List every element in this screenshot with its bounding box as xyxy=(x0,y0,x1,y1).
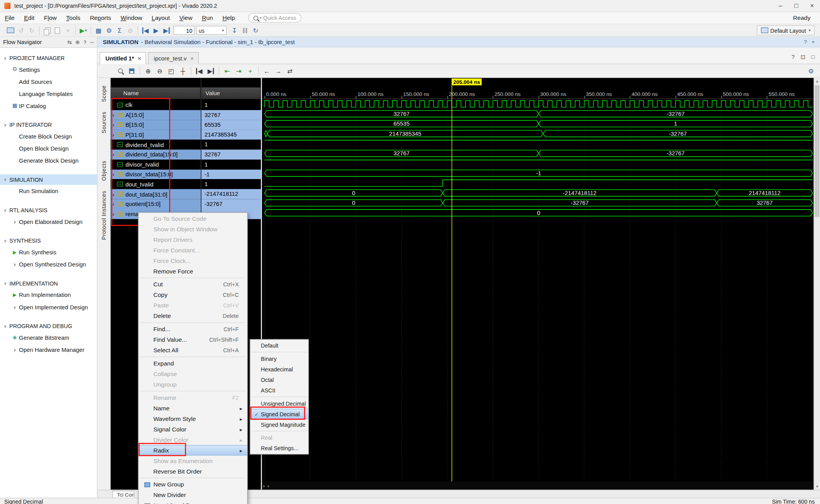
menu-item-new-virtual-bus[interactable]: New Virtual Bus xyxy=(139,500,247,504)
flow-section-program-and-debug[interactable]: ∨PROGRAM AND DEBUG xyxy=(0,321,97,331)
signal-name-dout-tdata-31-0[interactable]: ›dout_tdata[31:0] xyxy=(111,189,201,199)
menu-item-find[interactable]: Find...Ctrl+F xyxy=(139,324,247,334)
minimize-button[interactable]: – xyxy=(773,0,788,12)
find-icon[interactable] xyxy=(114,66,126,75)
expand-icon[interactable]: › xyxy=(111,191,116,197)
zoom-fit-icon[interactable]: ◰ xyxy=(166,66,177,75)
radix-option-signed-decimal[interactable]: ✓Signed Decimal xyxy=(250,409,308,419)
menu-run[interactable]: Run xyxy=(197,15,218,21)
signal-name-dout-tvalid[interactable]: dout_tvalid xyxy=(111,179,201,189)
signal-name-quotient-15-0[interactable]: ›quotient[15:0] xyxy=(111,199,201,209)
restart-sim-icon[interactable]: ◀ xyxy=(140,25,151,35)
flow-item-add-sources[interactable]: Add Sources xyxy=(0,75,97,87)
waveform-canvas[interactable]: 0.000 ns50.000 ns100.000 ns150.000 ns200… xyxy=(262,78,814,490)
menu-layout[interactable]: Layout xyxy=(147,15,175,21)
menu-item-radix[interactable]: Radix▸ xyxy=(139,445,247,456)
flow-section-project-manager[interactable]: ∨PROJECT MANAGER xyxy=(0,53,97,63)
flow-section-synthesis[interactable]: ∨SYNTHESIS xyxy=(0,235,97,246)
tab-untitled-1[interactable]: Untitled 1*× xyxy=(100,52,146,64)
radix-option-unsigned-decimal[interactable]: Unsigned Decimal xyxy=(250,398,308,409)
settings-gear-icon[interactable]: ⚙ xyxy=(104,25,114,35)
signal-name-divisor-tvalid[interactable]: divisor_tvalid xyxy=(111,160,201,169)
menu-item-cut[interactable]: CutCtrl+X xyxy=(139,279,247,290)
time-unit-select[interactable]: us ▾ xyxy=(196,26,226,35)
flow-item-generate-bitstream[interactable]: ◈Generate Bitstream xyxy=(0,331,97,343)
flow-item-generate-block-design[interactable]: Generate Block Design xyxy=(0,154,97,167)
expand-icon[interactable]: › xyxy=(111,151,116,158)
signal-name-b-15-0[interactable]: ›B[15:0] xyxy=(111,120,201,130)
goto-previous-marker-icon[interactable]: ← xyxy=(261,66,273,75)
menu-item-find-value[interactable]: Find Value...Ctrl+Shift+F xyxy=(139,334,247,345)
signal-name-a-15-0[interactable]: ›A[15:0] xyxy=(111,110,201,120)
scrollbar-thumb[interactable] xyxy=(815,85,819,217)
menu-window[interactable]: Window xyxy=(116,15,147,21)
value-column-header[interactable]: Value xyxy=(201,87,261,99)
radix-option-octal[interactable]: Octal xyxy=(250,374,308,385)
swap-cursors-icon[interactable]: ⇄ xyxy=(284,66,296,75)
radix-option-default[interactable]: Default xyxy=(250,340,308,351)
radix-option-hexadecimal[interactable]: Hexadecimal xyxy=(250,364,308,374)
flow-item-run-implementation[interactable]: ▶Run Implementation xyxy=(0,289,97,301)
scroll-down-icon[interactable]: ▼ xyxy=(814,483,820,490)
side-tab-objects[interactable]: Objects xyxy=(101,161,107,181)
layout-select[interactable]: Default Layout ▾ xyxy=(757,25,815,35)
zoom-out-icon[interactable]: ⊖ xyxy=(154,66,166,75)
menu-item-reverse-bit-order[interactable]: Reverse Bit Order xyxy=(139,466,247,477)
help-icon[interactable]: ? xyxy=(84,39,87,45)
goto-time-end-icon[interactable]: ▶ xyxy=(205,66,217,75)
flow-item-open-implemented-design[interactable]: ›Open Implemented Design xyxy=(0,301,97,313)
flow-item-ip-catalog[interactable]: ▦IP Catalog xyxy=(0,99,97,112)
radix-option-binary[interactable]: Binary xyxy=(250,353,308,364)
menu-item-waveform-style[interactable]: Waveform Style▸ xyxy=(139,413,247,424)
goto-time-start-icon[interactable]: ◀ xyxy=(193,66,205,75)
dock-icon[interactable]: ⇆ xyxy=(67,39,71,45)
help-icon[interactable]: ? xyxy=(804,39,807,45)
menu-item-copy[interactable]: CopyCtrl+C xyxy=(139,290,247,300)
vertical-scrollbar[interactable]: ▲ ▼ xyxy=(814,78,820,490)
zoom-in-icon[interactable]: ⊕ xyxy=(142,66,154,75)
expand-icon[interactable]: ⊕ xyxy=(75,39,80,45)
flow-item-open-hardware-manager[interactable]: ›Open Hardware Manager xyxy=(0,343,97,355)
expand-icon[interactable]: › xyxy=(111,171,116,177)
menu-item-name[interactable]: Name▸ xyxy=(139,403,247,413)
add-marker-icon[interactable]: + xyxy=(244,66,256,75)
maximize-panel-icon[interactable]: □ xyxy=(811,54,815,61)
side-tab-scope[interactable]: Scope xyxy=(101,85,107,102)
menu-item-new-group[interactable]: New Group xyxy=(139,479,247,490)
menu-item-expand[interactable]: Expand xyxy=(139,358,247,369)
side-tab-sources[interactable]: Sources xyxy=(101,112,107,133)
zoom-to-cursor-icon[interactable]: ┼ xyxy=(177,66,189,75)
tab-ipcore-test-v[interactable]: ipcore_test.v× xyxy=(148,52,198,64)
run-for-icon[interactable]: ▶ xyxy=(161,25,172,35)
flow-section-implementation[interactable]: ∨IMPLEMENTATION xyxy=(0,278,97,289)
close-icon[interactable]: × xyxy=(812,39,815,45)
signal-name-divisor-tdata-15-0[interactable]: ›divisor_tdata[15:0] xyxy=(111,169,201,179)
close-tab-icon[interactable]: × xyxy=(138,55,141,62)
next-transition-icon[interactable]: ⇥ xyxy=(233,66,245,75)
radix-option-real-settings[interactable]: Real Settings... xyxy=(250,443,308,453)
run-time-input[interactable] xyxy=(173,26,194,35)
flow-item-open-block-design[interactable]: Open Block Design xyxy=(0,142,97,154)
flow-section-rtl-analysis[interactable]: ∨RTL ANALYSIS xyxy=(0,205,97,215)
flow-item-create-block-design[interactable]: Create Block Design xyxy=(0,130,97,142)
run-button-icon[interactable]: ▶▾ xyxy=(78,25,89,35)
close-button[interactable]: × xyxy=(804,0,820,12)
scroll-left-icon[interactable]: ‹ xyxy=(267,483,269,488)
save-waveform-icon[interactable] xyxy=(126,66,138,75)
signal-name-clk[interactable]: clk xyxy=(111,100,201,110)
flow-item-run-synthesis[interactable]: ▶Run Synthesis xyxy=(0,246,97,258)
run-all-icon[interactable]: ▶ xyxy=(151,25,161,35)
name-column-header[interactable]: Name xyxy=(111,87,201,99)
expand-icon[interactable]: › xyxy=(111,112,116,118)
quick-access-search[interactable]: ▾ Quick Access xyxy=(248,13,301,23)
collapse-panel-icon[interactable]: ─ xyxy=(90,39,94,45)
dashboard-icon[interactable]: ▦ xyxy=(93,25,104,35)
waveform-settings-gear-icon[interactable]: ⚙ xyxy=(805,66,817,75)
step-icon[interactable]: ↧ xyxy=(229,25,240,35)
scroll-up-icon[interactable]: ▲ xyxy=(814,78,820,84)
help-icon[interactable]: ? xyxy=(791,54,795,61)
signal-name-p-31-0[interactable]: ›P[31:0] xyxy=(111,130,201,140)
relaunch-icon[interactable]: ↻ xyxy=(250,25,261,35)
menu-tools[interactable]: Tools xyxy=(61,15,85,21)
previous-transition-icon[interactable]: ⇤ xyxy=(221,66,233,75)
